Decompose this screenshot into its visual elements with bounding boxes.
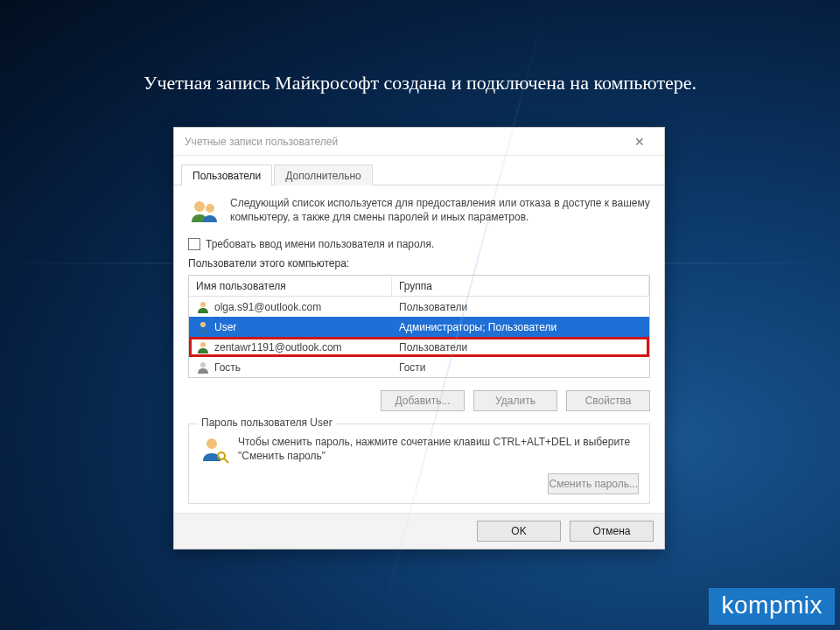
slide-caption: Учетная запись Майкрософт создана и подк…	[0, 72, 840, 94]
user-group: Пользователи	[392, 298, 649, 316]
close-icon[interactable]: ✕	[622, 135, 657, 149]
svg-point-4	[200, 342, 206, 347]
svg-point-6	[206, 438, 217, 449]
svg-point-1	[206, 204, 214, 213]
svg-point-5	[200, 362, 206, 368]
user-name: Гость	[214, 361, 241, 374]
properties-button[interactable]: Свойства	[566, 390, 650, 411]
require-login-row[interactable]: Требовать ввод имени пользователя и паро…	[188, 238, 650, 250]
list-item[interactable]: olga.s91@outlook.com Пользователи	[189, 297, 649, 317]
column-header-name[interactable]: Имя пользователя	[189, 276, 392, 296]
people-icon	[188, 196, 221, 229]
user-name: olga.s91@outlook.com	[214, 301, 321, 313]
user-icon	[196, 300, 210, 314]
user-accounts-dialog: Учетные записи пользователей ✕ Пользоват…	[173, 127, 665, 550]
tab-advanced[interactable]: Дополнительно	[274, 164, 372, 186]
tab-users[interactable]: Пользователи	[181, 164, 272, 186]
password-text: Чтобы сменить пароль, нажмите сочетание …	[238, 435, 639, 463]
key-user-icon	[200, 435, 229, 465]
dialog-title: Учетные записи пользователей	[185, 136, 622, 148]
add-button[interactable]: Добавить...	[381, 390, 465, 411]
require-login-label: Требовать ввод имени пользователя и паро…	[206, 238, 434, 250]
list-item[interactable]: zentawr1191@outlook.com Пользователи	[189, 337, 649, 357]
dialog-footer: OK Отмена	[174, 513, 664, 549]
change-password-button[interactable]: Сменить пароль...	[548, 473, 639, 494]
intro-text: Следующий список используется для предос…	[230, 196, 650, 229]
column-header-group[interactable]: Группа	[392, 276, 649, 296]
password-group-legend: Пароль пользователя User	[198, 416, 336, 429]
user-name: User	[214, 321, 236, 333]
list-item[interactable]: Гость Гости	[189, 357, 649, 377]
user-icon	[196, 360, 210, 374]
ok-button[interactable]: OK	[477, 521, 561, 542]
user-group: Гости	[392, 359, 649, 376]
cancel-button[interactable]: Отмена	[570, 521, 654, 542]
dialog-titlebar: Учетные записи пользователей ✕	[174, 128, 664, 156]
list-item[interactable]: User Администраторы; Пользователи	[189, 317, 649, 337]
list-label: Пользователи этого компьютера:	[188, 257, 650, 270]
svg-point-0	[194, 201, 205, 212]
user-name: zentawr1191@outlook.com	[214, 341, 342, 354]
user-icon	[196, 340, 210, 354]
user-group: Пользователи	[392, 339, 649, 356]
remove-button[interactable]: Удалить	[473, 390, 557, 411]
list-buttons: Добавить... Удалить Свойства	[188, 390, 650, 411]
user-group: Администраторы; Пользователи	[392, 318, 649, 336]
intro-row: Следующий список используется для предос…	[188, 196, 650, 229]
dialog-content: Следующий список используется для предос…	[174, 186, 664, 513]
user-icon	[196, 320, 210, 334]
svg-point-7	[218, 452, 225, 459]
user-list: Имя пользователя Группа olga.s91@outlook…	[188, 275, 650, 378]
svg-point-3	[200, 322, 206, 327]
password-group: Пароль пользователя User Чтобы сменить п…	[188, 424, 650, 504]
list-header: Имя пользователя Группа	[189, 276, 649, 297]
watermark: kompmix	[709, 588, 835, 625]
tab-row: Пользователи Дополнительно	[174, 161, 664, 186]
checkbox-icon[interactable]	[188, 238, 200, 250]
svg-point-2	[200, 302, 206, 307]
